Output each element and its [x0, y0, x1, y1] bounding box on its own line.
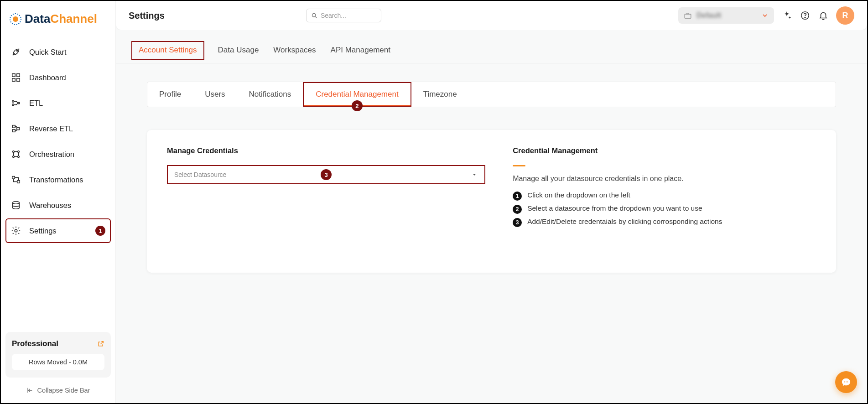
step-number: 1: [513, 192, 522, 201]
sidebar-item-label: Quick Start: [29, 48, 67, 57]
inner-content: Profile Users Notifications Credential M…: [116, 63, 867, 291]
svg-point-24: [805, 17, 806, 18]
sidebar-item-transformations[interactable]: Transformations: [5, 167, 111, 192]
svg-point-25: [844, 382, 845, 383]
sidebar-item-orchestration[interactable]: Orchestration: [5, 142, 111, 166]
page-title: Settings: [129, 10, 165, 21]
tab-label: Account Settings: [139, 46, 197, 54]
search-field[interactable]: [321, 12, 376, 19]
logo-text: DataChannel: [25, 12, 97, 26]
svg-point-15: [13, 156, 15, 158]
sidebar-item-quick-start[interactable]: Quick Start: [5, 40, 111, 64]
tab-api-management[interactable]: API Management: [330, 46, 391, 63]
sidebar-item-label: Reverse ETL: [29, 124, 73, 133]
collapse-label: Collapse Side Bar: [37, 387, 90, 394]
subtab-profile[interactable]: Profile: [147, 82, 193, 107]
tab-workspaces[interactable]: Workspaces: [272, 46, 317, 63]
svg-point-14: [18, 151, 20, 153]
svg-point-9: [18, 102, 20, 104]
datasource-select[interactable]: Select Datasource 3: [167, 165, 485, 184]
steps-list: 1 Click on the dropdown on the left 2 Se…: [513, 191, 816, 227]
chat-fab[interactable]: [835, 371, 857, 393]
sidebar-nav: Quick Start Dashboard ETL Reverse ETL: [5, 40, 111, 243]
select-placeholder: Select Datasource: [174, 171, 226, 178]
briefcase-icon: [684, 11, 692, 20]
title-underline: [513, 165, 525, 166]
tab-label: API Management: [331, 46, 390, 54]
sidebar-item-label: ETL: [29, 99, 43, 108]
svg-point-19: [13, 202, 20, 204]
sidebar-item-label: Settings: [29, 227, 57, 235]
etl-icon: [11, 98, 21, 108]
tab-account-settings[interactable]: Account Settings: [131, 41, 204, 60]
manage-credentials-title: Manage Credentials: [167, 146, 485, 155]
topbar: Settings Default: [116, 1, 867, 30]
tab-data-usage[interactable]: Data Usage: [217, 46, 260, 63]
subtab-label: Notifications: [249, 90, 291, 99]
rocket-icon: [11, 47, 21, 57]
svg-rect-17: [12, 176, 15, 179]
svg-rect-5: [12, 78, 15, 81]
subtab-users[interactable]: Users: [193, 82, 237, 107]
tab-label: Workspaces: [273, 46, 316, 54]
svg-rect-11: [13, 129, 16, 132]
subtab-credential-management[interactable]: Credential Management 2: [303, 82, 411, 107]
svg-point-20: [15, 229, 17, 232]
external-link-icon[interactable]: [97, 340, 104, 347]
help-icon[interactable]: [800, 10, 811, 21]
step-number: 3: [513, 218, 522, 227]
dashboard-icon: [11, 73, 21, 83]
svg-rect-10: [13, 125, 16, 128]
collapse-sidebar[interactable]: Collapse Side Bar: [5, 382, 111, 399]
sidebar-item-dashboard[interactable]: Dashboard: [5, 65, 111, 90]
subtab-notifications[interactable]: Notifications: [237, 82, 303, 107]
plan-card: Professional Rows Moved - 0.0M: [5, 332, 111, 378]
sidebar-item-reverse-etl[interactable]: Reverse ETL: [5, 116, 111, 141]
svg-point-26: [846, 382, 847, 383]
svg-point-8: [12, 104, 14, 106]
credential-management-title: Credential Management: [513, 146, 816, 155]
warehouse-icon: [11, 200, 21, 210]
svg-rect-18: [17, 181, 20, 183]
tabs: Account Settings Data Usage Workspaces A…: [116, 30, 867, 63]
subtab-timezone[interactable]: Timezone: [411, 82, 469, 107]
workspace-name: Default: [696, 11, 721, 20]
svg-point-16: [18, 156, 20, 158]
rows-moved: Rows Moved - 0.0M: [12, 354, 104, 370]
gear-icon: [11, 226, 21, 236]
main: Settings Default: [116, 1, 867, 403]
sidebar-item-settings[interactable]: Settings 1: [5, 218, 111, 243]
sidebar-item-label: Warehouses: [29, 201, 71, 210]
subtab-label: Profile: [159, 90, 181, 99]
svg-rect-6: [17, 78, 20, 81]
avatar[interactable]: R: [836, 6, 854, 25]
sparkle-icon[interactable]: [781, 10, 792, 21]
bell-icon[interactable]: [818, 10, 829, 21]
chevron-down-icon: [761, 12, 769, 19]
step-item: 2 Select a datasource from the dropdown …: [513, 204, 816, 214]
subtab-label: Users: [205, 90, 225, 99]
subtab-label: Timezone: [423, 90, 457, 99]
subtab-label: Credential Management: [316, 90, 398, 99]
annotation-badge-3: 3: [321, 169, 332, 180]
svg-point-1: [13, 16, 18, 22]
svg-rect-4: [17, 74, 20, 77]
logo[interactable]: DataChannel: [5, 8, 111, 40]
subtabs: Profile Users Notifications Credential M…: [147, 82, 836, 107]
collapse-icon: [26, 387, 33, 394]
sidebar-item-warehouses[interactable]: Warehouses: [5, 193, 111, 218]
caret-down-icon: [472, 172, 477, 177]
svg-point-2: [16, 50, 18, 52]
sidebar-item-etl[interactable]: ETL: [5, 91, 111, 115]
orchestration-icon: [11, 149, 21, 159]
sidebar: DataChannel Quick Start Dashboard ET: [1, 1, 116, 403]
transformations-icon: [11, 175, 21, 185]
tab-label: Data Usage: [218, 46, 259, 54]
step-text: Select a datasource from the dropdown yo…: [527, 204, 702, 212]
step-text: Add/Edit/Delete credentaials by clicking…: [527, 218, 722, 226]
step-item: 3 Add/Edit/Delete credentaials by clicki…: [513, 218, 816, 227]
logo-mark-icon: [9, 13, 22, 26]
workspace-picker[interactable]: Default: [678, 7, 774, 24]
step-text: Click on the dropdown on the left: [527, 191, 630, 199]
search-input[interactable]: [306, 9, 381, 22]
